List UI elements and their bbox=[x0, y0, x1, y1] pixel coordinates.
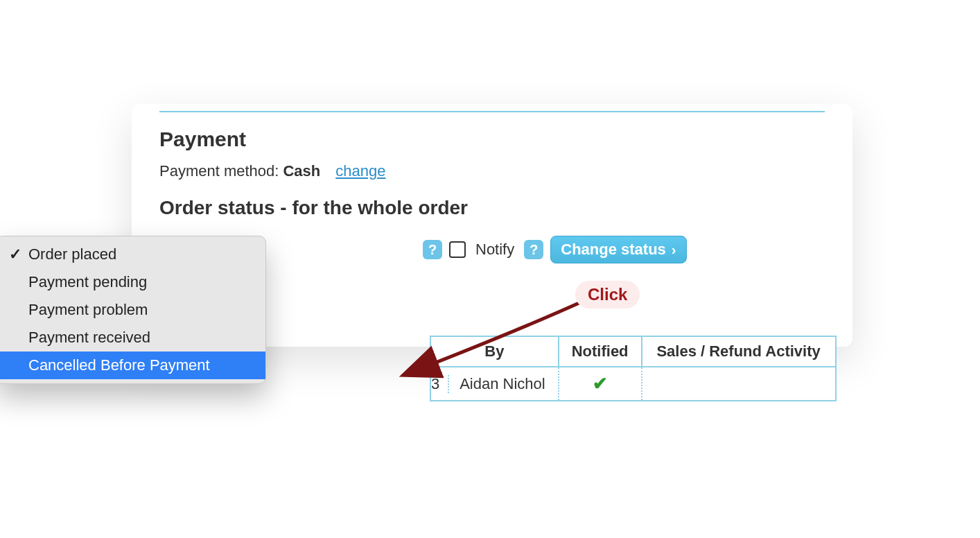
dropdown-item-label: Order placed bbox=[28, 245, 116, 263]
dropdown-item-payment-pending[interactable]: Payment pending bbox=[0, 268, 265, 296]
table-header-notified: Notified bbox=[559, 336, 642, 367]
table-header-by: By bbox=[430, 336, 559, 367]
status-history-table-wrap: By Notified Sales / Refund Activity 3 Ai… bbox=[430, 336, 837, 401]
table-cell-by: 3 Aidan Nichol bbox=[430, 367, 559, 401]
help-icon[interactable]: ? bbox=[423, 240, 442, 259]
table-cell-by-value: Aidan Nichol bbox=[460, 375, 545, 392]
table-header-row: By Notified Sales / Refund Activity bbox=[430, 336, 836, 367]
status-dropdown[interactable]: ✓ Order placed Payment pending Payment p… bbox=[0, 236, 266, 384]
order-status-subtitle: Order status - for the whole order bbox=[159, 197, 825, 219]
notify-label: Notify bbox=[475, 241, 514, 259]
check-icon: ✓ bbox=[9, 245, 21, 263]
table-cell-activity bbox=[642, 367, 836, 401]
help-icon[interactable]: ? bbox=[524, 240, 543, 259]
payment-method-row: Payment method: Cash change bbox=[159, 162, 825, 180]
status-controls-row: ? Notify ? Change status › bbox=[423, 236, 825, 263]
partial-value: 3 bbox=[431, 375, 449, 393]
click-annotation: Click bbox=[575, 281, 640, 309]
notify-checkbox[interactable] bbox=[449, 241, 466, 258]
dropdown-item-cancelled-before-payment[interactable]: Cancelled Before Payment bbox=[0, 352, 265, 379]
table-row: 3 Aidan Nichol ✔ bbox=[430, 367, 836, 401]
table-cell-notified: ✔ bbox=[559, 367, 642, 401]
dropdown-item-label: Payment pending bbox=[28, 273, 147, 291]
table-header-activity: Sales / Refund Activity bbox=[642, 336, 836, 367]
status-history-table: By Notified Sales / Refund Activity 3 Ai… bbox=[430, 336, 837, 401]
payment-method-label: Payment method: bbox=[159, 162, 279, 180]
section-title: Payment bbox=[159, 128, 825, 151]
payment-method-value: Cash bbox=[283, 162, 320, 180]
dropdown-item-label: Payment problem bbox=[28, 301, 148, 319]
change-status-button[interactable]: Change status › bbox=[550, 236, 686, 263]
dropdown-item-payment-problem[interactable]: Payment problem bbox=[0, 296, 265, 324]
change-payment-link[interactable]: change bbox=[335, 162, 385, 180]
change-status-button-label: Change status bbox=[561, 241, 666, 259]
dropdown-item-payment-received[interactable]: Payment received bbox=[0, 324, 265, 352]
dropdown-item-label: Payment received bbox=[28, 329, 150, 347]
dropdown-item-order-placed[interactable]: ✓ Order placed bbox=[0, 241, 265, 268]
dropdown-item-label: Cancelled Before Payment bbox=[28, 356, 210, 374]
checkmark-icon: ✔ bbox=[572, 373, 629, 394]
chevron-right-icon: › bbox=[672, 242, 676, 258]
